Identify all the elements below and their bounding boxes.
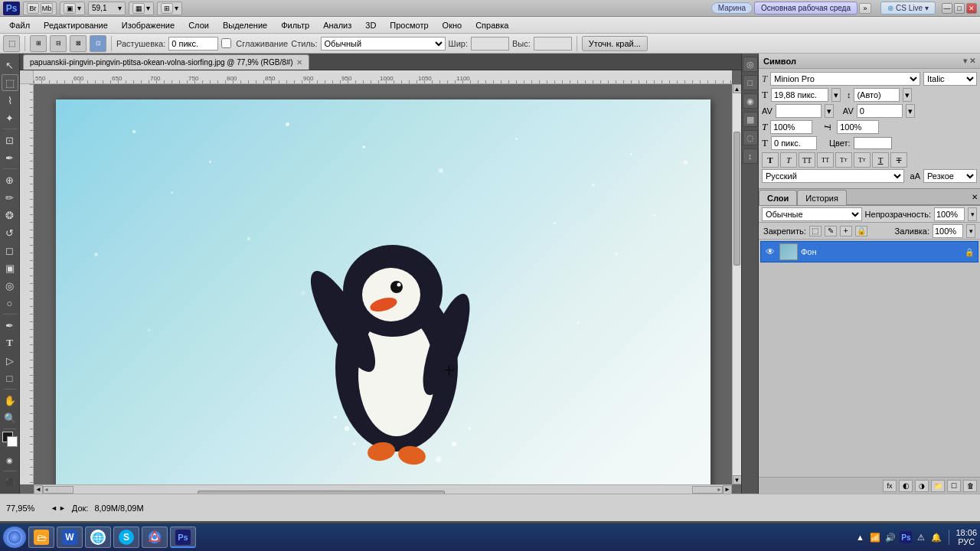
menu-file[interactable]: Файл: [3, 19, 36, 31]
delete-layer-btn[interactable]: 🗑: [963, 480, 977, 492]
font-family-select[interactable]: Minion Pro: [770, 72, 920, 86]
gradient-tool[interactable]: ▣: [2, 259, 18, 276]
user-button[interactable]: Марина: [711, 2, 753, 14]
status-right-arrow[interactable]: ►: [59, 504, 66, 512]
tool-icon-4[interactable]: ⊠: [70, 35, 87, 52]
expand-btn[interactable]: »: [859, 3, 871, 14]
marquee-tool[interactable]: ⬚: [2, 74, 18, 91]
layers-tab-history[interactable]: История: [797, 190, 847, 205]
rstrip-btn-4[interactable]: ▦: [743, 112, 758, 127]
dodge-tool[interactable]: ○: [2, 295, 18, 311]
fill-input[interactable]: [933, 224, 963, 238]
fmt-strikethrough[interactable]: T: [890, 152, 907, 168]
layers-tab-layers[interactable]: Слои: [759, 190, 797, 205]
rstrip-btn-3[interactable]: ◉: [743, 93, 758, 109]
taskbar-skype[interactable]: S: [113, 527, 139, 548]
menu-window[interactable]: Окно: [436, 19, 469, 31]
blur-tool[interactable]: ◎: [2, 277, 18, 294]
menu-edit[interactable]: Редактирование: [38, 19, 114, 31]
rstrip-btn-2[interactable]: □: [743, 75, 758, 90]
start-button[interactable]: [3, 527, 26, 548]
tool-icon-5[interactable]: ⊡: [90, 35, 106, 52]
menu-filter[interactable]: Фильтр: [275, 19, 315, 31]
tool-icon-2[interactable]: ⊞: [30, 35, 47, 52]
fill-arrow[interactable]: ▾: [966, 224, 975, 238]
menu-select[interactable]: Выделение: [217, 19, 273, 31]
cs-live-button[interactable]: ⊕ CS Live ▾: [880, 2, 936, 15]
anti-alias-select[interactable]: Резкое Четкое Сильное Плавное: [923, 169, 977, 183]
shir-input[interactable]: [471, 37, 509, 51]
kerning-arrow[interactable]: ▾: [825, 104, 834, 118]
font-style-select[interactable]: Italic Regular Bold: [923, 72, 977, 86]
vis-input[interactable]: [534, 37, 572, 51]
menu-help[interactable]: Справка: [469, 19, 514, 31]
screen-mode-tool[interactable]: ⬛: [2, 474, 18, 491]
layers-panel-close[interactable]: ✕: [969, 190, 980, 205]
canvas-tab[interactable]: papuanskii-pingvin-pingvin-ptitsa-okean-…: [23, 54, 309, 70]
rstrip-btn-5[interactable]: ◌: [743, 130, 758, 145]
clone-tool[interactable]: ❂: [2, 207, 18, 223]
scroll-v-track[interactable]: [733, 93, 741, 475]
baseline-input[interactable]: [771, 136, 817, 150]
language-select[interactable]: Русский English: [762, 169, 904, 183]
lock-position-btn[interactable]: ✎: [825, 226, 837, 236]
kerning-input[interactable]: [776, 104, 822, 118]
adjustment-btn[interactable]: ◑: [915, 480, 929, 492]
font-size-input[interactable]: [771, 88, 828, 102]
scroll-right-btn[interactable]: ►: [723, 485, 732, 494]
eyedropper-tool[interactable]: ✒: [2, 149, 18, 166]
color-swatch[interactable]: [854, 137, 892, 149]
opacity-arrow[interactable]: ▾: [968, 207, 977, 221]
symbol-panel-close[interactable]: ✕: [969, 57, 975, 65]
hand-tool[interactable]: ✋: [2, 392, 18, 409]
fmt-sub[interactable]: TT: [854, 152, 871, 168]
minimize-button[interactable]: —: [942, 3, 952, 14]
text-tool[interactable]: T: [2, 334, 18, 351]
magic-wand-tool[interactable]: ✦: [2, 109, 18, 126]
taskbar-browser[interactable]: 🌐: [85, 527, 111, 548]
healing-tool[interactable]: ⊕: [2, 171, 18, 188]
fmt-super[interactable]: TT: [835, 152, 852, 168]
fmt-smallcaps[interactable]: TT: [817, 152, 834, 168]
move-tool[interactable]: ↖: [2, 57, 18, 73]
opacity-input[interactable]: [934, 207, 965, 221]
lock-lock-btn[interactable]: 🔒: [855, 226, 867, 236]
status-left-arrow[interactable]: ◄: [51, 504, 57, 512]
background-color[interactable]: [7, 436, 18, 447]
view-mode-btn[interactable]: ▦: [132, 3, 145, 14]
scroll-up-btn[interactable]: ▲: [733, 84, 742, 93]
tab-close-btn[interactable]: ✕: [296, 58, 302, 67]
scroll-down-btn[interactable]: ▼: [733, 475, 742, 484]
scroll-left-btn[interactable]: ◄: [34, 485, 43, 494]
font-size-arrow[interactable]: ▾: [831, 88, 841, 102]
fx-btn[interactable]: fx: [883, 480, 897, 492]
leading-input[interactable]: [854, 88, 900, 102]
canvas-scroll-horizontal[interactable]: ◄ ◄ ► ►: [34, 484, 732, 494]
taskbar-ps[interactable]: Ps: [170, 527, 196, 548]
tracking-input[interactable]: [857, 104, 903, 118]
menu-layers[interactable]: Слои: [182, 19, 215, 31]
fmt-allcaps[interactable]: TT: [799, 152, 815, 168]
tracking-arrow[interactable]: ▾: [906, 104, 915, 118]
workspace-button[interactable]: Основная рабочая среда: [754, 2, 858, 15]
scale-v-input[interactable]: [837, 120, 879, 134]
rastushevka-input[interactable]: [168, 37, 218, 51]
menu-view[interactable]: Просмотр: [384, 19, 434, 31]
tool-icon-3[interactable]: ⊟: [50, 35, 67, 52]
new-layer-btn[interactable]: ☐: [947, 480, 961, 492]
taskbar-explorer[interactable]: 🗁: [28, 527, 54, 548]
quick-mask-btn[interactable]: ◉: [2, 452, 18, 468]
path-tool[interactable]: ▷: [2, 352, 18, 369]
symbol-panel-collapse[interactable]: ▾: [963, 57, 967, 65]
taskbar-word[interactable]: W: [57, 527, 83, 548]
brush-tool[interactable]: ✏: [2, 189, 18, 206]
tray-icon-vol[interactable]: 🔊: [884, 531, 897, 543]
leading-arrow[interactable]: ▾: [903, 88, 912, 102]
fmt-bold[interactable]: T: [762, 152, 779, 168]
utoch-button[interactable]: Уточн. край...: [582, 36, 648, 51]
maximize-button[interactable]: □: [954, 3, 965, 14]
bridge-btn[interactable]: Br: [27, 3, 39, 14]
stil-select[interactable]: Обычный С заданными пропорциями Заданный…: [321, 37, 446, 51]
fmt-underline[interactable]: T: [872, 152, 889, 168]
layer-visibility-fon[interactable]: 👁: [764, 246, 776, 258]
